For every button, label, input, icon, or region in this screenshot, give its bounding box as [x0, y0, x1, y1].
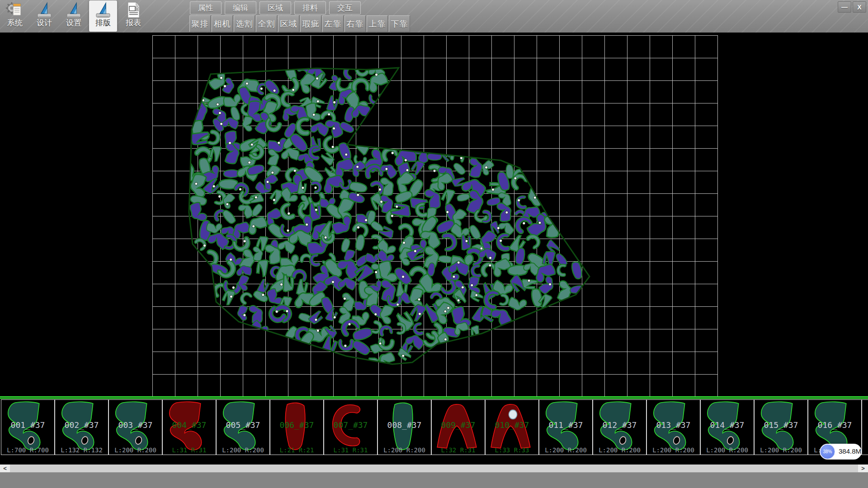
thumbnail-piece-counts: L:200 R:200: [755, 446, 807, 454]
menu-tab-3[interactable]: 区域: [259, 1, 291, 14]
menu-tab-1[interactable]: 属性: [190, 1, 222, 14]
menu-tab-5[interactable]: 交互: [329, 1, 361, 14]
scroll-right-arrow-icon[interactable]: >: [858, 465, 868, 472]
piece-thumbnail-011_#37[interactable]: 011_#37L:200 R:200: [539, 399, 593, 455]
app-button-label: 系统: [7, 18, 23, 28]
thumbnail-piece-name: 014_#37: [701, 420, 754, 430]
report-doc-icon: [124, 1, 142, 19]
app-button-system[interactable]: 系统: [1, 0, 29, 32]
piece-thumbnail-004_#37[interactable]: 004_#37L:31 R:31: [162, 399, 216, 455]
thumbnail-piece-name: 009_#37: [432, 420, 485, 430]
command-button-10[interactable]: 下靠: [389, 15, 410, 32]
progress-badge: 38% 384.8M: [820, 444, 862, 460]
thumbnail-piece-counts: L:200 R:200: [593, 446, 646, 454]
thumbnail-piece-counts: L:200 R:200: [701, 446, 754, 454]
thumbnail-piece-counts: L:31 R:31: [324, 446, 377, 454]
command-button-3[interactable]: 选割: [234, 15, 255, 32]
canvas-svg: [0, 33, 868, 396]
app-button-nesting[interactable]: 排版: [89, 0, 117, 32]
piece-filmstrip: 001_#37L:700 R:700002_#37L:132 R:132003_…: [0, 396, 868, 455]
thumbnail-piece-name: 010_#37: [486, 420, 538, 430]
command-button-6[interactable]: 瑕疵: [300, 15, 321, 32]
app-button-report[interactable]: 报表: [119, 0, 147, 32]
horizontal-scrollbar[interactable]: < >: [0, 465, 868, 472]
thumbnail-piece-counts: L:132 R:132: [55, 446, 108, 454]
app-button-design[interactable]: 设计: [30, 0, 58, 32]
piece-thumbnail-007_#37[interactable]: 007_#37L:31 R:31: [324, 399, 377, 455]
menu-tab-2[interactable]: 编辑: [225, 1, 256, 14]
command-button-1[interactable]: 聚排: [189, 15, 211, 32]
app-button-label: 设计: [37, 18, 52, 28]
nesting-canvas[interactable]: [0, 33, 868, 396]
app-button-settings[interactable]: 设置: [60, 0, 88, 32]
piece-thumbnail-015_#37[interactable]: 015_#37L:200 R:200: [754, 399, 808, 455]
command-button-9[interactable]: 上靠: [367, 15, 388, 32]
thumbnail-piece-name: 007_#37: [324, 420, 377, 430]
piece-thumbnail-003_#37[interactable]: 003_#37L:200 R:200: [108, 399, 162, 455]
toolbar: 系统 设计 设置: [0, 0, 868, 33]
thumbnail-piece-counts: L:700 R:700: [1, 446, 54, 454]
thumbnail-piece-counts: L:31 R:31: [163, 446, 216, 454]
settings-ruler-icon: [65, 1, 83, 19]
piece-thumbnail-010_#37[interactable]: 010_#37L:33 R:33: [485, 399, 539, 455]
app-button-label: 设置: [66, 18, 81, 28]
status-bar: [0, 472, 868, 488]
memory-usage-value: 384.8M: [839, 447, 861, 455]
piece-thumbnail-014_#37[interactable]: 014_#37L:200 R:200: [700, 399, 754, 455]
piece-thumbnail-001_#37[interactable]: 001_#37L:700 R:700: [1, 399, 55, 455]
app-button-label: 报表: [126, 18, 141, 28]
thumbnail-piece-name: 001_#37: [1, 420, 54, 430]
thumbnail-piece-counts: L:31 R:31: [862, 446, 868, 454]
filmstrip-separator-line: [0, 396, 868, 398]
thumbnail-piece-name: 013_#37: [647, 420, 700, 430]
thumbnail-piece-name: 003_#37: [109, 420, 162, 430]
menu-tab-4[interactable]: 排料: [294, 1, 326, 14]
thumbnail-piece-name: 012_#37: [593, 420, 646, 430]
command-row: 聚排相机选割全割区域瑕疵左靠右靠上靠下靠: [189, 15, 410, 32]
command-button-4[interactable]: 全割: [256, 15, 277, 32]
command-button-5[interactable]: 区域: [278, 15, 299, 32]
progress-percent-circle: 38%: [820, 444, 835, 459]
filmstrip-separator-line2: [0, 398, 868, 399]
close-button[interactable]: X: [853, 1, 866, 13]
system-gear-icon: [6, 1, 24, 19]
thumbnail-piece-counts: L:32 R:31: [432, 446, 485, 454]
nesting-ruler-icon: [94, 1, 112, 19]
piece-thumbnail-013_#37[interactable]: 013_#37L:200 R:200: [646, 399, 700, 455]
piece-thumbnail-005_#37[interactable]: 005_#37L:200 R:200: [216, 399, 270, 455]
command-button-8[interactable]: 右靠: [344, 15, 366, 32]
thumbnail-piece-name: 002_#37: [55, 420, 108, 430]
thumbnail-piece-counts: L:200 R:200: [539, 446, 592, 454]
thumbnail-piece-name: 011_#37: [539, 420, 592, 430]
piece-thumbnail-002_#37[interactable]: 002_#37L:132 R:132: [55, 399, 108, 455]
piece-thumbnail-012_#37[interactable]: 012_#37L:200 R:200: [593, 399, 646, 455]
command-button-7[interactable]: 左靠: [322, 15, 344, 32]
thumbnail-piece-name: 016_#37: [808, 420, 861, 430]
thumbnail-piece-counts: L:200 R:200: [109, 446, 162, 454]
thumbnail-piece-name: 008_#37: [378, 420, 431, 430]
menu-tabs: 属性编辑区域排料交互: [190, 1, 361, 14]
thumbnail-piece-counts: L:21 R:21: [270, 446, 323, 454]
thumbnail-row: 001_#37L:700 R:700002_#37L:132 R:132003_…: [1, 399, 868, 455]
thumbnail-piece-counts: L:33 R:33: [486, 446, 538, 454]
minimize-button[interactable]: —: [838, 1, 851, 13]
nesting-app-window: 系统 设计 设置: [0, 0, 868, 488]
thumbnail-piece-counts: L:200 R:200: [647, 446, 700, 454]
window-controls: — X: [838, 1, 866, 13]
thumbnail-piece-counts: L:200 R:200: [378, 446, 431, 454]
thumbnail-piece-name: 006_#37: [270, 420, 323, 430]
design-ruler-icon: [35, 1, 53, 19]
scroll-left-arrow-icon[interactable]: <: [0, 465, 10, 472]
app-button-label: 排版: [95, 18, 111, 28]
piece-thumbnail-017_#37[interactable]: 017_#37L:31 R:31: [862, 399, 868, 455]
thumbnail-piece-name: 005_#37: [217, 420, 269, 430]
piece-thumbnail-009_#37[interactable]: 009_#37L:32 R:31: [431, 399, 485, 455]
command-button-2[interactable]: 相机: [212, 15, 233, 32]
thumbnail-piece-counts: L:200 R:200: [217, 446, 269, 454]
thumbnail-piece-name: 004_#37: [163, 420, 216, 430]
thumbnail-piece-name: 017_#37: [862, 420, 868, 430]
thumbnail-piece-name: 015_#37: [755, 420, 807, 430]
piece-thumbnail-006_#37[interactable]: 006_#37L:21 R:21: [270, 399, 324, 455]
piece-thumbnail-008_#37[interactable]: 008_#37L:200 R:200: [377, 399, 431, 455]
